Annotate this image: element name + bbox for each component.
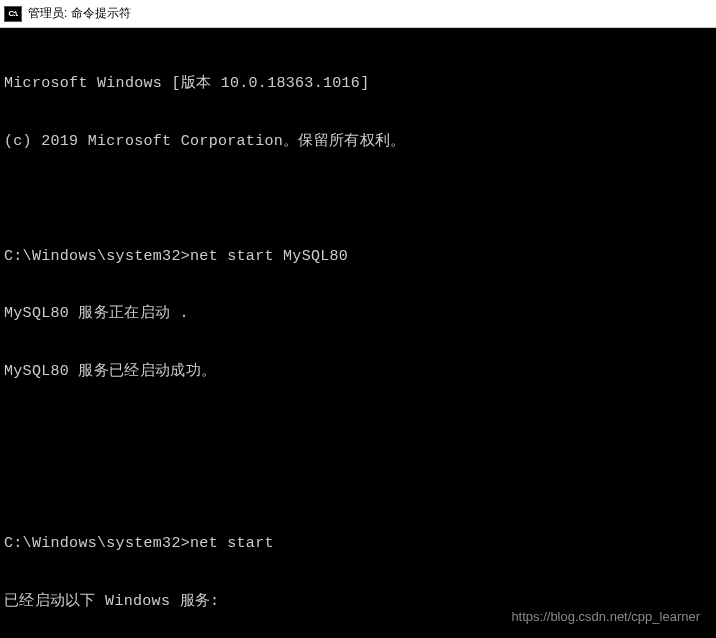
terminal-output[interactable]: Microsoft Windows [版本 10.0.18363.1016] (… [0, 28, 716, 638]
prompt-path: C:\Windows\system32> [4, 248, 190, 265]
prompt-command: net start MySQL80 [190, 248, 348, 265]
copyright-line: (c) 2019 Microsoft Corporation。保留所有权利。 [4, 132, 712, 151]
blank-line [4, 477, 712, 496]
window-title: 管理员: 命令提示符 [28, 5, 131, 22]
cmd-icon-text: C:\. [9, 9, 18, 18]
mysql-starting-line: MySQL80 服务正在启动 . [4, 304, 712, 323]
version-line: Microsoft Windows [版本 10.0.18363.1016] [4, 74, 712, 93]
mysql-success-line: MySQL80 服务已经启动成功。 [4, 362, 712, 381]
cmd-icon: C:\. [4, 6, 22, 22]
prompt-command: net start [190, 535, 274, 552]
prompt-line-1: C:\Windows\system32>net start MySQL80 [4, 247, 712, 266]
window-title-bar[interactable]: C:\. 管理员: 命令提示符 [0, 0, 716, 28]
blank-line [4, 420, 712, 439]
prompt-path: C:\Windows\system32> [4, 535, 190, 552]
prompt-line-2: C:\Windows\system32>net start [4, 534, 712, 553]
blank-line [4, 190, 712, 209]
watermark-text: https://blog.csdn.net/cpp_learner [511, 609, 700, 624]
